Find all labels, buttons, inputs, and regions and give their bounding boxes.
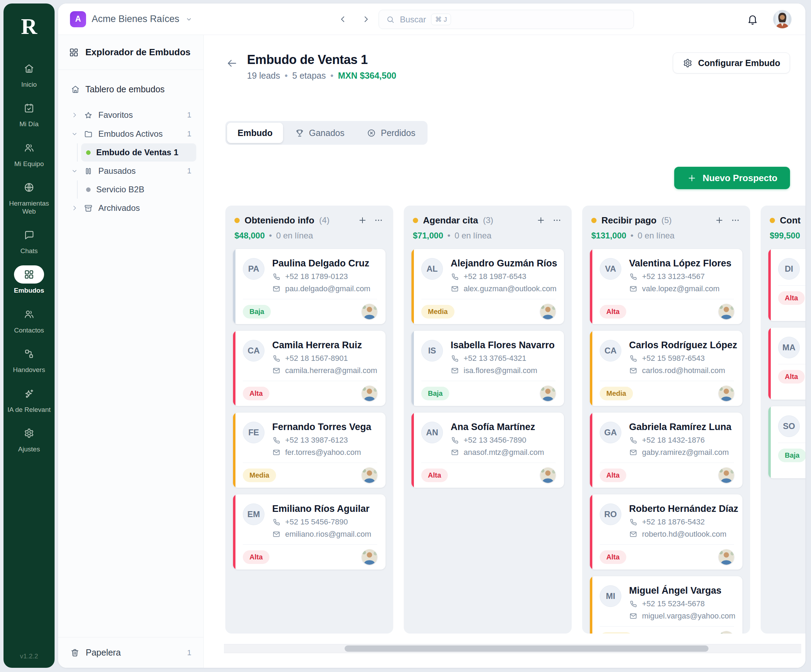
lead-card[interactable]: MA Alta [768, 328, 806, 399]
tree-children: Servicio B2B [77, 180, 196, 199]
add-lead-button[interactable] [535, 215, 546, 226]
column-menu-button[interactable] [551, 215, 563, 226]
lead-email: anasof.mtz@gmail.com [451, 448, 544, 457]
search-input[interactable]: Buscar ⌘ J [378, 10, 634, 29]
tab-ganados[interactable]: Ganados [285, 123, 355, 143]
assignee-avatar[interactable] [719, 549, 734, 565]
lead-initials: PA [243, 258, 265, 280]
tree-item-pausados[interactable]: Pausados 1 [66, 161, 196, 180]
back-button[interactable] [225, 57, 239, 70]
assignee-avatar[interactable] [719, 631, 734, 633]
assignee-avatar[interactable] [719, 304, 734, 319]
tree-item-label: Tablero de embudos [85, 84, 165, 95]
lead-card-alejandro-guzman-rios[interactable]: AL Alejandro Guzmán Ríos +52 18 1987-654… [411, 249, 564, 324]
lead-card-paulina-delgado-cruz[interactable]: PA Paulina Delgado Cruz +52 18 1789-0123… [233, 249, 385, 324]
assignee-avatar[interactable] [719, 467, 734, 483]
history-nav [337, 3, 372, 35]
lead-card-valentina-lopez-flores[interactable]: VA Valentina López Flores +52 13 3123-45… [590, 249, 742, 324]
scrollbar-thumb[interactable] [344, 645, 709, 652]
topbar-right [746, 10, 791, 28]
rail-item-inicio[interactable]: Inicio [3, 59, 54, 88]
column-menu-button[interactable] [373, 215, 384, 226]
stage-online: 0 en línea [276, 231, 313, 240]
assignee-avatar[interactable] [540, 304, 556, 319]
gear-icon [24, 428, 35, 439]
assignee-avatar[interactable] [540, 386, 556, 401]
rail-item-contactos[interactable]: Contactos [3, 305, 54, 334]
tab-embudo[interactable]: Embudo [227, 123, 283, 143]
lead-initials: AL [421, 258, 443, 280]
lead-initials: SO [778, 415, 800, 437]
arrow-left-icon [226, 58, 238, 69]
lead-card-camila-herrera-ruiz[interactable]: CA Camila Herrera Ruiz +52 18 1567-8901 … [233, 331, 385, 406]
lead-card-carlos-rodriguez-lopez[interactable]: CA Carlos Rodríguez López +52 15 5987-65… [590, 331, 742, 406]
lead-card[interactable]: DI Alta [768, 249, 806, 321]
rail-item-ajustes[interactable]: Ajustes [3, 424, 54, 453]
priority-badge: Baja [243, 305, 271, 318]
column-menu-button[interactable] [730, 215, 741, 226]
configure-funnel-button[interactable]: Configurar Embudo [673, 52, 790, 73]
user-avatar[interactable] [773, 10, 791, 28]
add-lead-button[interactable] [714, 215, 725, 226]
lead-card-miguel-angel-vargas[interactable]: MI Miguel Ángel Vargas +52 15 5234-5678 … [590, 576, 742, 633]
lead-phone: +52 18 1876-5432 [629, 518, 734, 526]
rail-item-ia-de-relevant[interactable]: IA de Relevant [3, 384, 54, 414]
nav-forward-button[interactable] [360, 14, 372, 25]
rail-item-mi-equipo[interactable]: Mi Equipo [3, 139, 54, 168]
trash-item[interactable]: Papelera 1 [58, 637, 203, 668]
assignee-avatar[interactable] [362, 549, 377, 565]
horizontal-scrollbar[interactable] [224, 644, 801, 653]
mail-icon [451, 366, 459, 375]
lead-card[interactable]: SO Baja [768, 406, 806, 478]
assignee-avatar[interactable] [540, 467, 556, 483]
tree-item-servicio-b2b[interactable]: Servicio B2B [81, 180, 196, 199]
lead-email: alex.guzman@outlook.com [451, 284, 556, 293]
assignee-avatar[interactable] [362, 304, 377, 319]
nav-back-button[interactable] [337, 14, 348, 25]
tree-item-favoritos[interactable]: Favoritos 1 [66, 106, 196, 124]
rail-item-handovers[interactable]: Handovers [3, 345, 54, 374]
rail-item-mi-dia[interactable]: Mi Día [3, 99, 54, 128]
stage-count: (3) [483, 215, 493, 225]
lead-card-roberto-hernandez-diaz[interactable]: RO Roberto Hernández Díaz +52 18 1876-54… [590, 494, 742, 570]
mail-icon [629, 284, 638, 293]
lead-card-emiliano-rios-aguilar[interactable]: EM Emiliano Ríos Aguilar +52 15 5456-789… [233, 494, 385, 570]
home-icon [71, 85, 80, 94]
rail-item-herramientas-web[interactable]: Herramientas Web [3, 178, 54, 215]
lead-email: pau.delgado@gmail.com [272, 284, 370, 293]
phone-icon [629, 273, 638, 281]
explorer-header: Explorador de Embudos [58, 35, 203, 70]
rail-item-chats[interactable]: Chats [3, 226, 54, 255]
tab-perdidos[interactable]: Perdidos [356, 123, 426, 143]
kanban-column-recibir-pago: Recibir pago (5) $131,000 •0 en línea [582, 206, 750, 633]
priority-badge: Alta [600, 305, 626, 318]
rail-item-embudos[interactable]: Embudos [3, 266, 54, 295]
stages-count: 5 etapas [292, 71, 326, 81]
app-logo: R [21, 15, 37, 38]
lead-email: roberto.hd@outlook.com [629, 530, 734, 539]
lead-initials: IS [421, 340, 443, 362]
new-prospect-button[interactable]: Nuevo Prospecto [674, 167, 790, 189]
phone-icon [629, 354, 638, 362]
lead-card-isabella-flores-navarro[interactable]: IS Isabella Flores Navarro +52 13 3765-4… [411, 331, 564, 406]
stage-dot [591, 218, 597, 223]
add-lead-button[interactable] [357, 215, 368, 226]
lead-card-fernando-torres-vega[interactable]: FE Fernando Torres Vega +52 13 3987-6123… [233, 413, 385, 488]
assignee-avatar[interactable] [719, 386, 734, 401]
lead-initials: MI [600, 585, 621, 607]
notifications-button[interactable] [746, 13, 759, 26]
workspace-switcher[interactable]: A Acme Bienes Raíces [70, 11, 193, 27]
mail-icon [629, 448, 638, 457]
tree-item-label: Pausados [98, 166, 136, 176]
assignee-avatar[interactable] [362, 467, 377, 483]
search-shortcut: ⌘ J [431, 14, 451, 25]
tree-item-embudo-de-ventas-1[interactable]: Embudo de Ventas 1 [81, 143, 196, 161]
plus-icon [687, 173, 697, 183]
tree-item-tablero-de-embudos[interactable]: Tablero de embudos [66, 80, 196, 98]
tree-item-embudos-activos[interactable]: Embudos Activos 1 [66, 124, 196, 143]
lead-card-ana-sofia-martinez[interactable]: AN Ana Sofía Martínez +52 13 3456-7890 a… [411, 413, 564, 488]
assignee-avatar[interactable] [362, 386, 377, 401]
lead-phone: +52 13 3987-6123 [272, 436, 371, 445]
lead-card-gabriela-ramirez-luna[interactable]: GA Gabriela Ramírez Luna +52 18 1432-187… [590, 413, 742, 488]
tree-item-archivados[interactable]: Archivados [66, 199, 196, 217]
